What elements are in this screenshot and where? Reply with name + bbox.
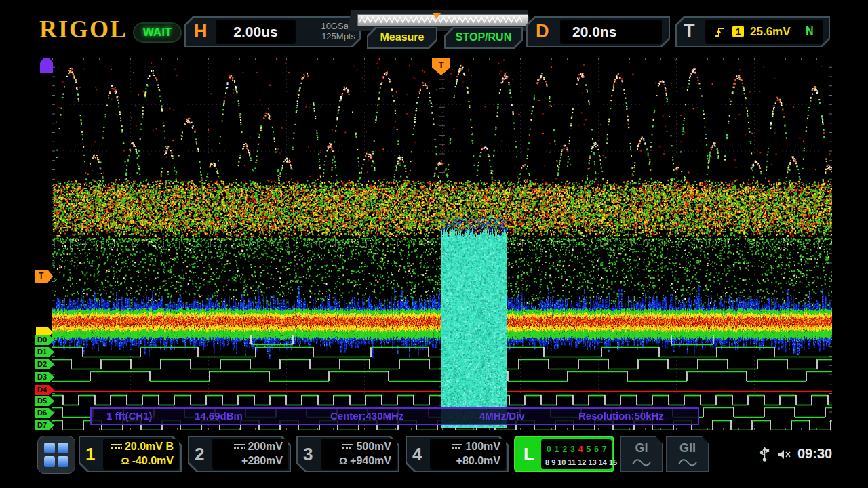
sample-rate: 10GSa/s [298,21,355,31]
channel3-scale: 500mV [356,441,391,452]
stop-run-button[interactable]: STOP/RUN [444,27,523,49]
menu-grid-icon [58,456,68,467]
horizontal-panel[interactable]: H 2.00us 10GSa/s 125Mpts [184,16,361,47]
fft-power: 14.69dBm [195,410,243,422]
delay-value-box: 20.0ns [560,20,662,44]
trigger-position-preview-icon[interactable] [433,13,441,19]
channel4-number: 4 [412,444,422,465]
channel2-readout: 200mV +280mV [212,439,288,470]
channel4-panel[interactable]: 4 100mV +80.0mV [406,436,509,472]
menu-button[interactable] [37,436,75,474]
generator2-label: GII [667,441,708,455]
timebase-value-box: 2.00us [216,20,296,44]
preview-waveform-icon [358,15,526,24]
waveform-preview-bar[interactable] [357,14,528,26]
logic-label: L [524,444,534,465]
channel3-offset: +940mV [350,455,391,466]
channel1-readout: 20.0mV B Ω-40.0mV [103,439,179,470]
sample-rate-readout: 10GSa/s 125Mpts [298,21,355,41]
rigol-logo: RIGOL [39,15,127,43]
fft-source: 1 fft(CH1) [106,410,153,422]
menu-grid-icon [44,456,55,467]
dc-coupling-icon [452,443,462,451]
trigger-level-value: 25.6mV [750,25,791,39]
generator2-button[interactable]: GII [666,436,709,472]
speaker-muted-icon[interactable] [777,449,792,463]
measure-button[interactable]: Measure [367,27,437,49]
fft-span: 4MHz/Div [479,410,525,422]
channel1-scale: 20.0mV B [125,441,174,452]
logic-digit-box: 01234567 89101112131415 [541,439,612,469]
digital-label-d3[interactable]: D3 [35,372,54,382]
digital-label-d7[interactable]: D7 [35,420,54,430]
channel4-offset: +80.0mV [456,455,500,466]
sine-wave-icon [631,458,652,466]
sine-wave-icon [677,458,698,466]
digital-label-d6[interactable]: D6 [35,408,54,418]
channel3-number: 3 [303,444,313,465]
fft-info-bar: 1 fft(CH1) 14.69dBm Center:430MHz 4MHz/D… [90,407,699,425]
dc-coupling-icon [342,443,353,451]
usb-icon [760,447,770,464]
memory-depth: 125Mpts [298,31,355,41]
oscilloscope-screen: RIGOL WAIT H 2.00us 10GSa/s 125Mpts Meas… [0,0,868,488]
trigger-source-badge: 1 [732,26,744,37]
generator1-button[interactable]: GI [620,436,663,472]
channel3-readout: 500mV Ω+940mV [321,439,397,470]
channel4-scale: 100mV [465,441,500,452]
menu-grid-icon [44,443,55,453]
menu-grid-icon [58,443,68,453]
measure-button-label: Measure [367,31,437,43]
channel2-offset: +280mV [241,455,283,466]
dc-coupling-icon [234,443,245,451]
delay-value: 20.0ns [560,24,616,39]
channel2-scale: 200mV [248,441,283,452]
stop-run-button-label: STOP/RUN [444,31,523,43]
digital-label-d5[interactable]: D5 [35,396,54,406]
logic-analyzer-panel[interactable]: L 01234567 89101112131415 [514,436,614,472]
acquisition-status-badge: WAIT [133,22,182,43]
rising-edge-icon [713,26,726,41]
impedance-icon: Ω [121,455,130,466]
channel1-number: 1 [85,444,95,465]
generator1-label: GI [621,441,662,455]
channel4-readout: 100mV +80.0mV [430,439,506,470]
channel1-offset: -40.0mV [132,455,174,466]
spectrum-display[interactable] [52,58,832,430]
channel3-panel[interactable]: 3 500mV Ω+940mV [296,436,399,472]
trigger-label: T [684,21,695,42]
impedance-icon: Ω [339,455,347,466]
trigger-level-marker[interactable]: T [35,270,53,283]
logic-digits-8-15: 89101112131415 [545,455,619,468]
delay-label: D [536,21,549,42]
logic-digits-0-7: 01234567 [547,443,610,455]
math-channel-marker[interactable] [40,58,53,73]
fft-center-frequency: Center:430MHz [330,410,403,422]
channel2-number: 2 [195,444,204,465]
fft-resolution: Resolution:50kHz [578,410,664,422]
digital-label-d1[interactable]: D1 [35,347,54,357]
horizontal-label: H [194,21,208,42]
trigger-panel[interactable]: T 1 25.6mV N [675,16,830,47]
channel2-panel[interactable]: 2 200mV +280mV [188,436,291,472]
delay-panel[interactable]: D 20.0ns [526,16,670,47]
clock: 09:30 [797,446,832,462]
dc-coupling-icon [111,443,122,451]
digital-label-d4[interactable]: D4 [35,385,54,395]
trigger-mode: N [806,25,814,37]
digital-label-d0[interactable]: D0 [35,335,54,345]
timebase-scale: 2.00us [233,24,277,39]
digital-label-d2[interactable]: D2 [35,359,54,369]
trigger-value-box: 1 25.6mV N [705,20,823,44]
channel1-panel[interactable]: 1 20.0mV B Ω-40.0mV [79,436,182,472]
